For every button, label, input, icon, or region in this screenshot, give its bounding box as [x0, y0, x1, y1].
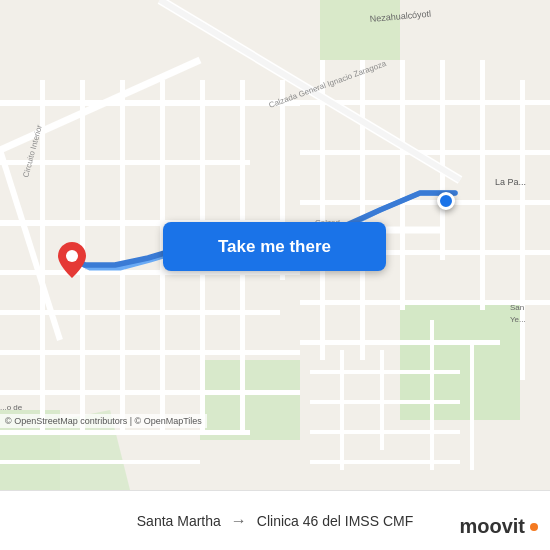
svg-text:...o de: ...o de: [0, 403, 23, 412]
svg-text:Ye...: Ye...: [510, 315, 526, 324]
svg-rect-41: [340, 350, 344, 470]
arrow-icon: →: [231, 512, 247, 530]
destination-pin: [437, 192, 455, 210]
moovit-text: moovit: [459, 515, 525, 538]
svg-text:La Pa...: La Pa...: [495, 177, 526, 187]
svg-rect-26: [480, 60, 485, 310]
svg-rect-39: [430, 320, 434, 470]
svg-rect-44: [310, 400, 460, 404]
origin-pin: [58, 242, 86, 278]
svg-rect-46: [310, 460, 460, 464]
svg-rect-13: [0, 430, 250, 435]
svg-rect-1: [320, 0, 400, 60]
svg-rect-30: [300, 200, 550, 205]
svg-rect-27: [520, 80, 525, 380]
destination-label: Clinica 46 del IMSS CMF: [257, 513, 413, 529]
map-container: Nezahualcóyotl Calzada General Ignacio Z…: [0, 0, 550, 490]
svg-rect-25: [440, 60, 445, 260]
svg-rect-3: [200, 360, 300, 440]
svg-rect-14: [0, 460, 200, 464]
moovit-logo: moovit: [459, 515, 538, 538]
map-attribution: © OpenStreetMap contributors | © OpenMap…: [0, 414, 207, 428]
svg-rect-24: [400, 60, 405, 310]
svg-rect-43: [310, 370, 460, 374]
moovit-dot: [530, 523, 538, 531]
take-me-there-button[interactable]: Take me there: [163, 222, 386, 271]
svg-rect-40: [470, 340, 474, 470]
bottom-bar: Santa Martha → Clinica 46 del IMSS CMF m…: [0, 490, 550, 550]
svg-text:San: San: [510, 303, 524, 312]
svg-rect-45: [310, 430, 460, 434]
svg-point-55: [66, 250, 78, 262]
origin-label: Santa Martha: [137, 513, 221, 529]
svg-rect-17: [120, 80, 125, 430]
